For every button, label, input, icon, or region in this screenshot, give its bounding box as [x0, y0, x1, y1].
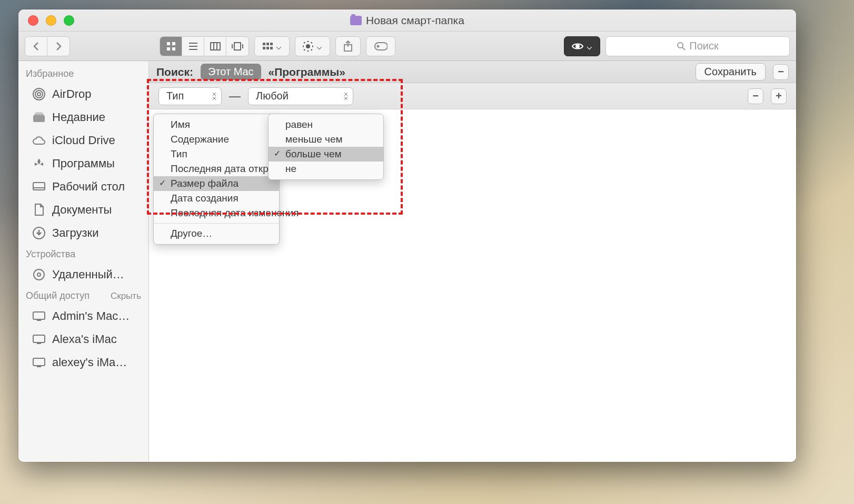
share-button[interactable]: [335, 36, 361, 56]
main-content: Поиск: Этот Mac «Программы» Сохранить − …: [149, 61, 796, 462]
scope-label: Поиск:: [156, 66, 193, 78]
smart-folder-icon: [350, 16, 362, 25]
minimize-button[interactable]: [46, 15, 56, 26]
menu-item-less-than[interactable]: меньше чем: [269, 132, 383, 147]
airdrop-icon: [32, 87, 46, 101]
search-scope-bar: Поиск: Этот Mac «Программы» Сохранить −: [149, 61, 796, 83]
scope-this-mac[interactable]: Этот Mac: [201, 64, 261, 80]
sidebar-item-label: Загрузки: [52, 226, 99, 240]
sidebar-item-shared-computer[interactable]: Admin's Mac…: [18, 305, 148, 328]
sidebar-item-shared-computer[interactable]: alexey's iMa…: [18, 351, 148, 374]
traffic-lights: [18, 15, 74, 26]
sidebar-item-downloads[interactable]: Загрузки: [18, 221, 148, 245]
svg-point-22: [576, 45, 579, 48]
scope-programs[interactable]: «Программы»: [269, 66, 345, 78]
sidebar-header-devices: Устройства: [18, 245, 148, 263]
close-button[interactable]: [28, 15, 38, 26]
remove-criteria-button[interactable]: −: [773, 64, 789, 80]
svg-rect-29: [34, 114, 44, 115]
sidebar-item-documents[interactable]: Документы: [18, 198, 148, 221]
criteria-remove-button[interactable]: −: [748, 88, 763, 104]
tags-button[interactable]: [366, 36, 395, 56]
sidebar-header-shared: Общий доступ Скрыть: [18, 286, 148, 305]
sidebar-item-desktop[interactable]: Рабочий стол: [18, 175, 148, 198]
menu-item-other[interactable]: Другое…: [154, 226, 279, 241]
svg-rect-28: [33, 115, 45, 122]
sidebar-item-icloud[interactable]: iCloud Drive: [18, 129, 148, 152]
sidebar-item-airdrop[interactable]: AirDrop: [18, 83, 148, 106]
menu-item-greater-than[interactable]: больше чем: [269, 147, 383, 162]
menu-item-modified[interactable]: Последняя дата изменения: [154, 206, 279, 220]
nav-group: [25, 36, 70, 56]
menu-separator: [154, 223, 279, 224]
menu-item-file-size[interactable]: Размер файла: [154, 176, 279, 191]
menu-item-last-opened[interactable]: Последняя дата открытия: [154, 162, 279, 176]
action-button[interactable]: ⌵: [295, 36, 330, 56]
sidebar-item-recents[interactable]: Недавние: [18, 106, 148, 129]
titlebar: Новая смарт-папка: [18, 9, 796, 32]
recents-icon: [32, 110, 46, 124]
computer-icon: [32, 356, 46, 369]
computer-icon: [32, 332, 46, 346]
sidebar-item-shared-computer[interactable]: Alexa's iMac: [18, 328, 148, 351]
window-title: Новая смарт-папка: [18, 14, 796, 27]
sidebar-item-label: Удаленный…: [52, 268, 124, 281]
gallery-view-button[interactable]: [226, 37, 249, 56]
sidebar-item-applications[interactable]: Программы: [18, 152, 148, 175]
menu-item-type[interactable]: Тип: [154, 147, 279, 162]
svg-rect-3: [172, 47, 175, 51]
sidebar-item-label: alexey's iMa…: [52, 356, 127, 369]
menu-item-name[interactable]: Имя: [154, 117, 279, 132]
desktop-icon: [32, 180, 46, 194]
sidebar-item-label: iCloud Drive: [52, 134, 115, 147]
svg-rect-14: [266, 43, 269, 45]
preview-toggle[interactable]: ⌵: [564, 36, 600, 56]
criteria-add-button[interactable]: +: [771, 88, 787, 104]
menu-item-created[interactable]: Дата создания: [154, 191, 279, 206]
icon-view-button[interactable]: [160, 37, 182, 56]
svg-rect-16: [263, 47, 265, 49]
criteria-attribute-dropdown[interactable]: Тип: [158, 87, 222, 105]
sidebar-item-label: Недавние: [52, 110, 105, 124]
search-placeholder: Поиск: [689, 40, 718, 52]
disc-icon: [32, 268, 46, 281]
menu-item-not[interactable]: не: [269, 162, 383, 176]
list-view-button[interactable]: [182, 37, 204, 56]
computer-icon: [32, 309, 46, 323]
criteria-value-dropdown[interactable]: Любой: [248, 87, 353, 105]
menu-item-equals[interactable]: равен: [269, 117, 383, 132]
sidebar-item-label: Рабочий стол: [52, 180, 125, 194]
cloud-icon: [32, 134, 46, 147]
svg-point-34: [34, 269, 44, 280]
finder-window: Новая смарт-папка: [18, 9, 796, 462]
svg-point-23: [678, 43, 683, 48]
svg-rect-18: [270, 47, 273, 49]
menu-item-content[interactable]: Содержание: [154, 132, 279, 147]
svg-rect-0: [167, 42, 170, 45]
svg-rect-10: [234, 43, 241, 50]
comparator-context-menu: равен меньше чем больше чем не: [268, 114, 384, 180]
documents-icon: [32, 203, 46, 217]
svg-rect-40: [33, 358, 45, 366]
back-button[interactable]: [25, 37, 47, 56]
sidebar-hide-button[interactable]: Скрыть: [111, 291, 141, 301]
downloads-icon: [32, 226, 46, 240]
toolbar: ⌵ ⌵ ⌵ Поиск: [18, 32, 796, 61]
sidebar-item-remote-disc[interactable]: Удаленный…: [18, 263, 148, 286]
svg-rect-15: [270, 43, 273, 45]
sidebar-header-favorites: Избранное: [18, 64, 148, 83]
zoom-button[interactable]: [64, 15, 74, 26]
arrange-button[interactable]: ⌵: [254, 36, 290, 56]
save-button[interactable]: Сохранить: [696, 63, 766, 80]
svg-rect-2: [167, 47, 170, 51]
forward-button[interactable]: [47, 37, 69, 56]
svg-point-35: [37, 273, 41, 276]
svg-point-21: [378, 45, 379, 47]
svg-rect-36: [33, 312, 45, 319]
search-field[interactable]: Поиск: [605, 36, 790, 56]
column-view-button[interactable]: [204, 37, 226, 56]
sidebar-item-label: AirDrop: [52, 87, 92, 101]
sidebar: Избранное AirDrop Недавние iCloud Drive …: [18, 61, 149, 462]
svg-rect-38: [33, 335, 45, 342]
attribute-context-menu: Имя Содержание Тип Последняя дата открыт…: [153, 114, 280, 245]
